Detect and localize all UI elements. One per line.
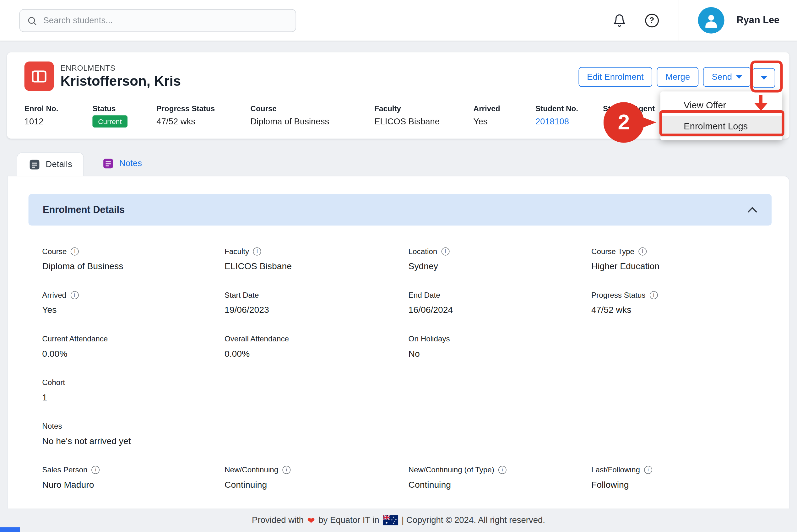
field-course: Course Diploma of Business [42, 247, 225, 272]
field-course-type: Course Type Higher Education [591, 247, 772, 272]
field-value: No [409, 348, 591, 359]
search-input[interactable] [42, 15, 289, 26]
details-tab-icon [29, 158, 41, 171]
user-avatar[interactable] [698, 7, 724, 34]
field-value: Continuing [225, 479, 409, 490]
tabs-bar: Details Notes [17, 152, 797, 176]
field-overall-attendance: Overall Attendance 0.00% [225, 334, 409, 359]
annotation-box-enrolment-logs [660, 110, 784, 136]
field-value: Yes [42, 305, 225, 316]
collapse-button[interactable] [747, 207, 757, 213]
enrolment-fields: Course Diploma of Business Faculty ELICO… [42, 247, 772, 490]
status-badge: Current [92, 115, 127, 128]
info-icon[interactable] [644, 466, 652, 474]
field-faculty: Faculty ELICOS Bisbane [225, 247, 409, 272]
help-icon [645, 14, 659, 27]
enrolments-app-icon [24, 61, 54, 91]
tab-notes-label: Notes [119, 158, 142, 169]
field-value: Continuing [409, 479, 591, 490]
info-icon[interactable] [71, 247, 79, 255]
edit-enrolment-button[interactable]: Edit Enrolment [578, 67, 652, 87]
info-icon[interactable] [92, 466, 100, 474]
footer-text-3: | Copyright © 2024. All right reserved. [402, 515, 545, 525]
info-icon[interactable] [639, 247, 647, 255]
enrolment-details-header[interactable]: Enrolment Details [29, 194, 772, 226]
help-button[interactable] [643, 12, 660, 28]
page-title: Kristofferson, Kris [60, 74, 181, 89]
field-new-continuing-of-type: New/Continuing (of Type) Continuing [409, 466, 591, 490]
field-cohort: Cohort 1 [42, 378, 225, 403]
field-start-date: Start Date 19/06/2023 [225, 290, 409, 315]
field-new-continuing: New/Continuing Continuing [225, 466, 409, 490]
field-value: 47/52 wks [591, 305, 772, 316]
stat-value: ELICOS Bisbane [374, 117, 473, 127]
annotation-arrow-stem [759, 95, 762, 103]
bell-icon [612, 14, 626, 27]
stat-label: Arrived [474, 104, 535, 113]
module-eyebrow: ENROLMENTS [60, 63, 181, 72]
field-value: 0.00% [42, 348, 225, 359]
field-value: Sydney [409, 261, 591, 272]
enrolment-details-title: Enrolment Details [43, 204, 125, 215]
info-icon[interactable] [70, 291, 78, 299]
annotation-arrow-head [754, 103, 767, 111]
stat-label: Enrol No. [24, 104, 93, 113]
info-icon[interactable] [649, 291, 658, 299]
field-on-holidays: On Holidays No [409, 334, 591, 359]
field-arrived: Arrived Yes [42, 290, 225, 315]
stat-value: Diploma of Business [250, 117, 374, 127]
field-value: No he's not arrived yet [42, 436, 225, 446]
merge-button[interactable]: Merge [657, 67, 699, 87]
tab-details[interactable]: Details [17, 152, 83, 176]
user-name[interactable]: Ryan Lee [737, 15, 780, 26]
notifications-button[interactable] [611, 12, 627, 28]
field-notes: Notes No he's not arrived yet [42, 422, 225, 446]
field-value: Nuro Maduro [42, 479, 225, 490]
stat-label: Progress Status [156, 104, 250, 113]
field-location: Location Sydney [409, 247, 591, 272]
annotation-ring-dropdown-button [750, 60, 783, 92]
field-value: 0.00% [225, 348, 409, 359]
stat-label: Faculty [374, 104, 473, 113]
search-box[interactable] [19, 9, 296, 32]
field-progress-status: Progress Status 47/52 wks [591, 290, 772, 315]
heart-icon: ❤ [307, 515, 315, 526]
chevron-down-icon [736, 75, 742, 78]
field-value: Higher Education [591, 261, 772, 272]
stat-label: Course [250, 104, 374, 113]
student-number-link[interactable]: 2018108 [535, 117, 603, 127]
stat-value: 1012 [24, 117, 93, 127]
field-value: 1 [42, 392, 225, 403]
field-value: 16/06/2024 [409, 305, 591, 316]
footer-text-1: Provided with [252, 515, 304, 525]
tab-notes[interactable]: Notes [94, 152, 150, 176]
info-icon[interactable] [282, 466, 290, 474]
tab-details-label: Details [46, 159, 72, 170]
field-value: ELICOS Bisbane [225, 261, 409, 272]
australia-flag-icon [383, 515, 398, 525]
info-icon[interactable] [441, 247, 449, 255]
info-icon[interactable] [498, 466, 507, 474]
stat-label: Student No. [535, 104, 603, 113]
footer: Provided with ❤ by Equator IT in | [0, 509, 797, 532]
send-button[interactable]: Send [703, 67, 751, 87]
header-actions: Edit Enrolment Merge Send [578, 67, 751, 87]
details-panel: Enrolment Details Course Diploma of Busi… [7, 176, 790, 529]
field-last-following: Last/Following Following [591, 466, 772, 490]
person-icon [702, 12, 720, 29]
info-icon[interactable] [253, 247, 261, 255]
footer-text-2: by Equator IT in [318, 515, 379, 525]
notes-tab-icon [102, 157, 114, 170]
topbar-divider [679, 0, 679, 41]
field-end-date: End Date 16/06/2024 [409, 290, 591, 315]
stat-label: Status [92, 104, 156, 113]
field-value: Following [591, 479, 772, 490]
stat-value: Yes [474, 117, 535, 127]
field-value: Diploma of Business [42, 261, 225, 272]
topbar: Ryan Lee [0, 0, 797, 41]
field-sales-person: Sales Person Nuro Maduro [42, 466, 225, 490]
search-icon [27, 15, 37, 25]
annotation-marker-pointer [635, 114, 656, 131]
stat-value: 47/52 wks [156, 117, 250, 127]
field-value: 19/06/2023 [225, 305, 409, 316]
